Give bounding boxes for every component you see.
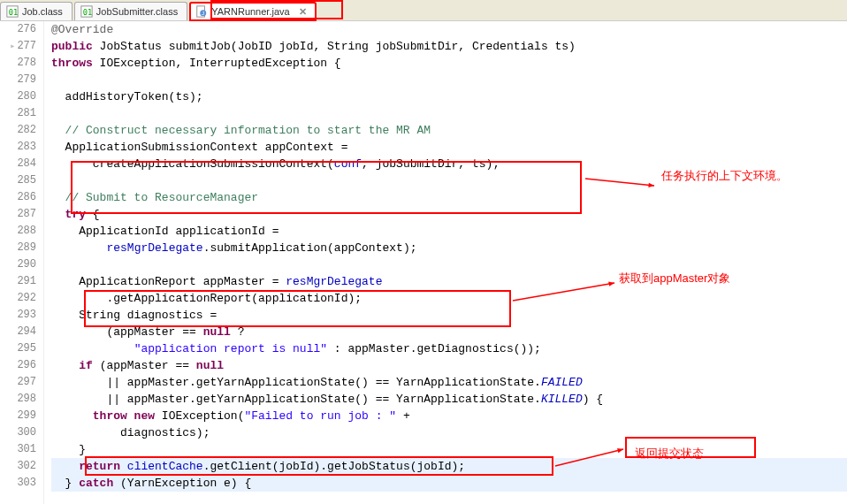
line-number: 281 [0, 105, 36, 122]
tab-label: Job.class [22, 6, 63, 17]
class-file-icon: 01 [80, 5, 93, 18]
code-line[interactable]: throws IOException, InterruptedException… [51, 55, 847, 72]
line-number: 296 [0, 357, 36, 374]
line-number: 289 [0, 240, 36, 256]
line-number: 286 [0, 189, 36, 206]
code-line[interactable]: throw new IOException("Failed to run job… [51, 408, 847, 424]
code-line[interactable]: return clientCache.getClient(jobId).getJ… [51, 458, 847, 475]
line-number: 300 [0, 424, 36, 441]
line-number: 299 [0, 408, 36, 424]
tab-yarnrunner-java[interactable]: JYARNRunner.java✕ [189, 2, 316, 21]
code-content[interactable]: @Overridepublic JobStatus submitJob(JobI… [44, 21, 847, 504]
annotation-text: 任务执行的上下文环境。 [661, 168, 788, 184]
line-number: 280 [0, 88, 36, 105]
code-line[interactable]: addHistoryToken(ts); [51, 88, 847, 105]
line-number: 291 [0, 273, 36, 290]
code-line[interactable]: .getApplicationReport(applicationId); [51, 290, 847, 307]
close-icon[interactable]: ✕ [299, 6, 307, 18]
line-number: 292 [0, 290, 36, 307]
line-number: 282 [0, 122, 36, 139]
code-line[interactable]: resMgrDelegate.submitApplication(appCont… [51, 240, 847, 256]
code-line[interactable]: ApplicationSubmissionContext appContext … [51, 139, 847, 156]
class-file-icon: 01 [6, 5, 19, 18]
code-line[interactable]: (appMaster == null ? [51, 324, 847, 340]
code-line[interactable]: || appMaster.getYarnApplicationState() =… [51, 391, 847, 408]
code-line[interactable]: // Submit to ResourceManager [51, 189, 847, 206]
line-number: 284 [0, 156, 36, 172]
code-line[interactable]: } [51, 441, 847, 458]
line-number: 290 [0, 256, 36, 273]
code-line[interactable] [51, 72, 847, 88]
code-line[interactable]: if (appMaster == null [51, 357, 847, 374]
line-number: 276 [0, 21, 36, 38]
annotation-text: 获取到appMaster对象 [619, 271, 730, 286]
line-number: 288 [0, 223, 36, 240]
svg-text:01: 01 [9, 8, 19, 17]
line-number: 302 [0, 458, 36, 475]
line-number: 279 [0, 72, 36, 88]
editor-area: 2762772782792802812822832842852862872882… [0, 21, 847, 504]
code-line[interactable]: || appMaster.getYarnApplicationState() =… [51, 374, 847, 391]
line-number: 278 [0, 55, 36, 72]
code-line[interactable]: try { [51, 206, 847, 223]
tab-jobsubmitter-class[interactable]: 01JobSubmitter.class [74, 2, 187, 20]
line-number: 283 [0, 139, 36, 156]
code-line[interactable]: } catch (YarnException e) { [51, 475, 847, 492]
line-number-gutter: 2762772782792802812822832842852862872882… [0, 21, 44, 504]
line-number: 301 [0, 441, 36, 458]
line-number: 298 [0, 391, 36, 408]
code-line[interactable]: ApplicationId applicationId = [51, 223, 847, 240]
line-number: 295 [0, 340, 36, 357]
line-number: 303 [0, 475, 36, 492]
code-line[interactable]: String diagnostics = [51, 307, 847, 324]
line-number: 285 [0, 172, 36, 189]
editor-tabs: 01Job.class01JobSubmitter.classJYARNRunn… [0, 0, 847, 21]
code-line[interactable]: // Construct necessary information to st… [51, 122, 847, 139]
code-line[interactable]: "application report is null" : appMaster… [51, 340, 847, 357]
java-file-icon: J [195, 5, 208, 18]
code-line[interactable]: diagnostics); [51, 424, 847, 441]
line-number: 277 [0, 38, 36, 55]
svg-text:J: J [202, 10, 204, 16]
tab-job-class[interactable]: 01Job.class [0, 2, 72, 20]
tab-label: JobSubmitter.class [96, 6, 178, 17]
line-number: 294 [0, 324, 36, 340]
code-line[interactable]: @Override [51, 21, 847, 38]
annotation-text: 返回提交状态 [635, 446, 704, 462]
line-number: 293 [0, 307, 36, 324]
code-line[interactable]: public JobStatus submitJob(JobID jobId, … [51, 38, 847, 55]
line-number: 287 [0, 206, 36, 223]
svg-text:01: 01 [82, 8, 92, 17]
tab-label: YARNRunner.java [211, 6, 289, 17]
line-number: 297 [0, 374, 36, 391]
code-line[interactable] [51, 105, 847, 122]
